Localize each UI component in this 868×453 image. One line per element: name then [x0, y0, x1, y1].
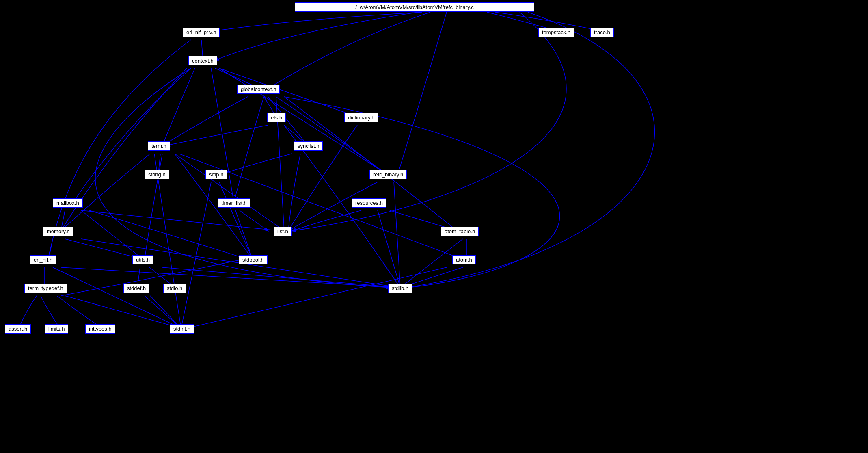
node-stdio-h: stdio.h — [163, 284, 186, 293]
node-dictionary-h: dictionary.h — [344, 113, 378, 122]
node-refc-binary-h: refc_binary.h — [369, 170, 407, 179]
node-erl-nif-h: erl_nif.h — [30, 255, 56, 264]
node-atom-table-h: atom_table.h — [441, 227, 479, 236]
node-utils-h: utils.h — [132, 255, 153, 264]
node-inttypes-h: inttypes.h — [85, 324, 115, 334]
node-trace-h: trace.h — [590, 28, 614, 37]
node-string-h: string.h — [145, 170, 169, 179]
node-ets-h: ets.h — [267, 113, 286, 122]
node-atom-h: atom.h — [452, 255, 476, 264]
node-memory-h: memory.h — [43, 227, 73, 236]
node-timer-list-h: timer_list.h — [218, 198, 250, 208]
node-refc-binary-c: /_w/AtomVM/AtomVM/src/libAtomVM/refc_bin… — [295, 2, 534, 12]
dependency-graph-edges — [0, 0, 868, 453]
node-limits-h: limits.h — [45, 324, 68, 334]
node-stdlib-h: stdlib.h — [388, 284, 412, 293]
node-resources-h: resources.h — [352, 198, 386, 208]
node-globalcontext-h: globalcontext.h — [237, 85, 280, 94]
node-mailbox-h: mailbox.h — [53, 198, 83, 208]
node-smp-h: smp.h — [205, 170, 227, 179]
node-assert-h: assert.h — [5, 324, 31, 334]
node-list-h: list.h — [274, 227, 292, 236]
node-context-h: context.h — [188, 56, 217, 65]
node-stdbool-h: stdbool.h — [239, 255, 268, 264]
node-stddef-h: stddef.h — [123, 284, 149, 293]
node-term-typedef-h: term_typedef.h — [24, 284, 67, 293]
node-synclist-h: synclist.h — [294, 141, 323, 151]
node-tempstack-h: tempstack.h — [538, 28, 574, 37]
node-stdint-h: stdint.h — [170, 324, 194, 334]
node-term-h: term.h — [148, 141, 170, 151]
node-erl-nif-priv-h: erl_nif_priv.h — [183, 28, 220, 37]
